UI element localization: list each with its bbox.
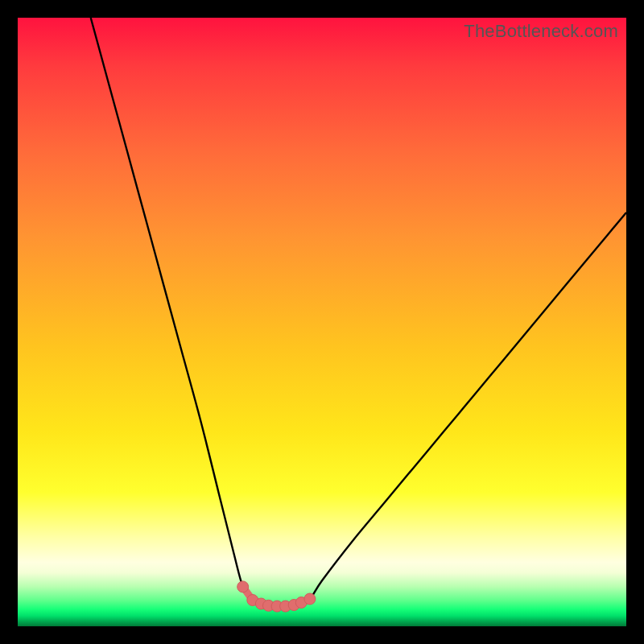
minimum-marker-dot xyxy=(304,593,316,605)
minimum-markers xyxy=(237,581,316,612)
plot-area: TheBottleneck.com xyxy=(18,18,626,626)
chart-frame: TheBottleneck.com xyxy=(0,0,644,644)
bottleneck-curve xyxy=(18,18,626,626)
minimum-marker-dot xyxy=(237,581,249,592)
curve-path xyxy=(91,18,626,606)
